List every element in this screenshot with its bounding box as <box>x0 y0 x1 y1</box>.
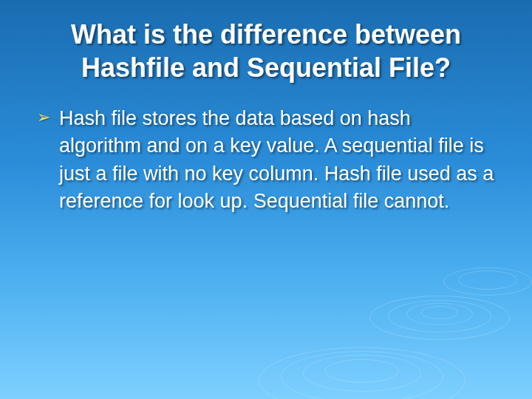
chevron-right-icon: ➢ <box>37 105 50 129</box>
bullet-text: Hash file stores the data based on hash … <box>59 105 495 215</box>
bullet-item: ➢ Hash file stores the data based on has… <box>37 105 495 215</box>
slide-title: What is the difference between Hashfile … <box>0 0 532 98</box>
slide-body: ➢ Hash file stores the data based on has… <box>0 98 532 215</box>
decorative-ripples <box>0 214 532 399</box>
